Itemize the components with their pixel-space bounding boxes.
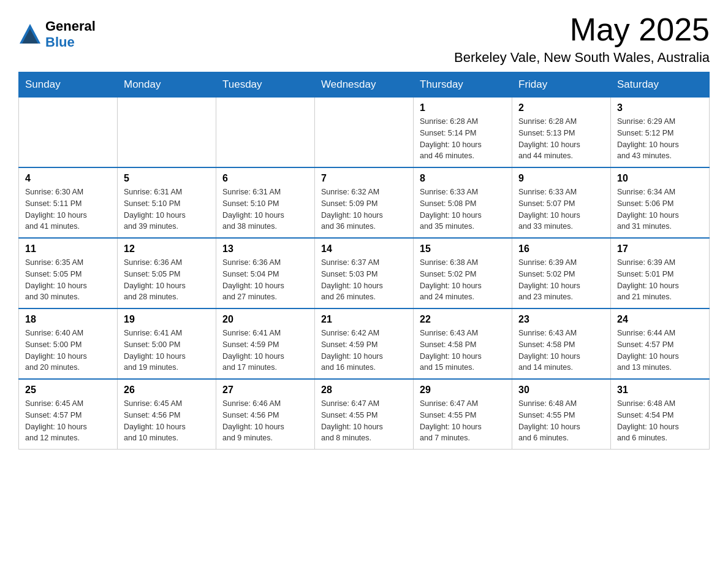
day-number: 14	[321, 243, 407, 255]
day-info: Sunrise: 6:28 AMSunset: 5:13 PMDaylight:…	[518, 116, 604, 162]
day-number: 3	[617, 102, 703, 113]
day-info: Sunrise: 6:34 AMSunset: 5:06 PMDaylight:…	[617, 186, 703, 232]
day-info: Sunrise: 6:30 AMSunset: 5:11 PMDaylight:…	[25, 186, 111, 232]
day-info: Sunrise: 6:31 AMSunset: 5:10 PMDaylight:…	[222, 186, 308, 232]
day-info: Sunrise: 6:33 AMSunset: 5:08 PMDaylight:…	[420, 186, 506, 232]
day-info: Sunrise: 6:47 AMSunset: 4:55 PMDaylight:…	[420, 398, 506, 444]
calendar-cell: 3Sunrise: 6:29 AMSunset: 5:12 PMDaylight…	[611, 98, 710, 168]
day-number: 18	[25, 314, 111, 325]
day-number: 28	[321, 385, 407, 396]
calendar-cell: 24Sunrise: 6:44 AMSunset: 4:57 PMDayligh…	[611, 308, 710, 379]
day-number: 22	[420, 314, 506, 325]
logo-blue-text: Blue	[45, 34, 75, 50]
day-number: 15	[420, 243, 506, 255]
calendar-cell: 13Sunrise: 6:36 AMSunset: 5:04 PMDayligh…	[216, 238, 315, 308]
day-info: Sunrise: 6:29 AMSunset: 5:12 PMDaylight:…	[617, 116, 703, 162]
day-info: Sunrise: 6:31 AMSunset: 5:10 PMDaylight:…	[124, 186, 210, 232]
calendar-header-saturday: Saturday	[611, 72, 710, 98]
day-number: 5	[124, 173, 210, 184]
calendar-cell: 5Sunrise: 6:31 AMSunset: 5:10 PMDaylight…	[118, 167, 216, 238]
day-info: Sunrise: 6:41 AMSunset: 5:00 PMDaylight:…	[124, 327, 210, 373]
day-info: Sunrise: 6:41 AMSunset: 4:59 PMDaylight:…	[222, 327, 308, 373]
calendar-cell: 20Sunrise: 6:41 AMSunset: 4:59 PMDayligh…	[216, 308, 315, 379]
day-info: Sunrise: 6:44 AMSunset: 4:57 PMDaylight:…	[617, 327, 703, 373]
day-number: 29	[420, 385, 506, 396]
day-info: Sunrise: 6:48 AMSunset: 4:55 PMDaylight:…	[518, 398, 604, 444]
calendar-cell	[216, 98, 315, 168]
calendar-cell: 17Sunrise: 6:39 AMSunset: 5:01 PMDayligh…	[611, 238, 710, 308]
calendar-cell: 10Sunrise: 6:34 AMSunset: 5:06 PMDayligh…	[611, 167, 710, 238]
calendar-cell: 18Sunrise: 6:40 AMSunset: 5:00 PMDayligh…	[19, 308, 118, 379]
logo: General Blue	[18, 18, 96, 50]
day-info: Sunrise: 6:43 AMSunset: 4:58 PMDaylight:…	[420, 327, 506, 373]
logo-general-text: General	[45, 18, 96, 34]
calendar-cell: 11Sunrise: 6:35 AMSunset: 5:05 PMDayligh…	[19, 238, 118, 308]
calendar-cell: 28Sunrise: 6:47 AMSunset: 4:55 PMDayligh…	[315, 379, 414, 450]
day-number: 1	[420, 102, 506, 113]
calendar-header-tuesday: Tuesday	[216, 72, 315, 98]
day-number: 24	[617, 314, 703, 325]
day-number: 17	[617, 243, 703, 255]
day-info: Sunrise: 6:45 AMSunset: 4:57 PMDaylight:…	[25, 398, 111, 444]
day-number: 26	[124, 385, 210, 396]
day-number: 12	[124, 243, 210, 255]
day-info: Sunrise: 6:43 AMSunset: 4:58 PMDaylight:…	[518, 327, 604, 373]
day-info: Sunrise: 6:28 AMSunset: 5:14 PMDaylight:…	[420, 116, 506, 162]
calendar-header-thursday: Thursday	[414, 72, 512, 98]
calendar-cell	[118, 98, 216, 168]
calendar-cell	[315, 98, 414, 168]
calendar-cell: 4Sunrise: 6:30 AMSunset: 5:11 PMDaylight…	[19, 167, 118, 238]
calendar-cell: 14Sunrise: 6:37 AMSunset: 5:03 PMDayligh…	[315, 238, 414, 308]
calendar-cell: 2Sunrise: 6:28 AMSunset: 5:13 PMDaylight…	[512, 98, 611, 168]
day-info: Sunrise: 6:42 AMSunset: 4:59 PMDaylight:…	[321, 327, 407, 373]
day-info: Sunrise: 6:38 AMSunset: 5:02 PMDaylight:…	[420, 257, 506, 303]
day-number: 21	[321, 314, 407, 325]
day-info: Sunrise: 6:45 AMSunset: 4:56 PMDaylight:…	[124, 398, 210, 444]
day-number: 30	[518, 385, 604, 396]
location-title: Berkeley Vale, New South Wales, Australi…	[454, 50, 710, 66]
calendar-cell: 12Sunrise: 6:36 AMSunset: 5:05 PMDayligh…	[118, 238, 216, 308]
day-info: Sunrise: 6:47 AMSunset: 4:55 PMDaylight:…	[321, 398, 407, 444]
month-title: May 2025	[454, 12, 710, 47]
calendar-header-monday: Monday	[118, 72, 216, 98]
calendar-cell: 16Sunrise: 6:39 AMSunset: 5:02 PMDayligh…	[512, 238, 611, 308]
day-info: Sunrise: 6:39 AMSunset: 5:01 PMDaylight:…	[617, 257, 703, 303]
day-number: 2	[518, 102, 604, 113]
day-info: Sunrise: 6:40 AMSunset: 5:00 PMDaylight:…	[25, 327, 111, 373]
calendar-cell: 19Sunrise: 6:41 AMSunset: 5:00 PMDayligh…	[118, 308, 216, 379]
calendar-table: SundayMondayTuesdayWednesdayThursdayFrid…	[18, 72, 710, 450]
day-info: Sunrise: 6:32 AMSunset: 5:09 PMDaylight:…	[321, 186, 407, 232]
calendar-cell: 22Sunrise: 6:43 AMSunset: 4:58 PMDayligh…	[414, 308, 512, 379]
day-number: 13	[222, 243, 308, 255]
day-number: 9	[518, 173, 604, 184]
day-info: Sunrise: 6:46 AMSunset: 4:56 PMDaylight:…	[222, 398, 308, 444]
day-number: 16	[518, 243, 604, 255]
day-number: 27	[222, 385, 308, 396]
day-number: 31	[617, 385, 703, 396]
title-area: May 2025 Berkeley Vale, New South Wales,…	[454, 12, 710, 66]
day-number: 23	[518, 314, 604, 325]
calendar-cell	[19, 98, 118, 168]
calendar-cell: 27Sunrise: 6:46 AMSunset: 4:56 PMDayligh…	[216, 379, 315, 450]
logo-icon	[18, 23, 42, 46]
day-number: 6	[222, 173, 308, 184]
day-number: 11	[25, 243, 111, 255]
calendar-cell: 1Sunrise: 6:28 AMSunset: 5:14 PMDaylight…	[414, 98, 512, 168]
calendar-cell: 25Sunrise: 6:45 AMSunset: 4:57 PMDayligh…	[19, 379, 118, 450]
calendar-cell: 23Sunrise: 6:43 AMSunset: 4:58 PMDayligh…	[512, 308, 611, 379]
calendar-cell: 29Sunrise: 6:47 AMSunset: 4:55 PMDayligh…	[414, 379, 512, 450]
day-info: Sunrise: 6:33 AMSunset: 5:07 PMDaylight:…	[518, 186, 604, 232]
calendar-cell: 9Sunrise: 6:33 AMSunset: 5:07 PMDaylight…	[512, 167, 611, 238]
day-info: Sunrise: 6:36 AMSunset: 5:04 PMDaylight:…	[222, 257, 308, 303]
day-info: Sunrise: 6:48 AMSunset: 4:54 PMDaylight:…	[617, 398, 703, 444]
day-info: Sunrise: 6:37 AMSunset: 5:03 PMDaylight:…	[321, 257, 407, 303]
day-number: 10	[617, 173, 703, 184]
day-info: Sunrise: 6:35 AMSunset: 5:05 PMDaylight:…	[25, 257, 111, 303]
day-number: 25	[25, 385, 111, 396]
day-number: 19	[124, 314, 210, 325]
calendar-cell: 6Sunrise: 6:31 AMSunset: 5:10 PMDaylight…	[216, 167, 315, 238]
calendar-cell: 21Sunrise: 6:42 AMSunset: 4:59 PMDayligh…	[315, 308, 414, 379]
calendar-cell: 7Sunrise: 6:32 AMSunset: 5:09 PMDaylight…	[315, 167, 414, 238]
header: General Blue May 2025 Berkeley Vale, New…	[18, 12, 710, 66]
day-number: 8	[420, 173, 506, 184]
